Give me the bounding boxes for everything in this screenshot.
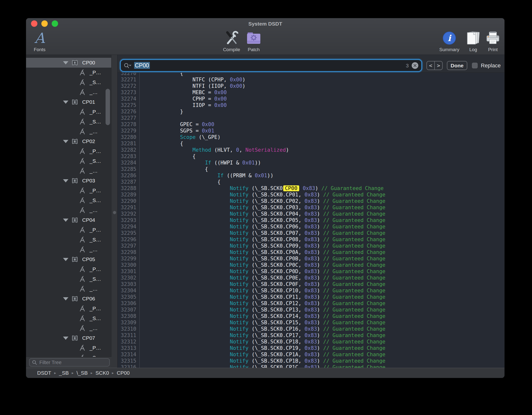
tree-item[interactable]: _…: [26, 284, 111, 294]
tree-group-CP02[interactable]: CP02: [26, 136, 111, 146]
filter-tree-input[interactable]: Filter Tree: [29, 358, 110, 367]
tree-item[interactable]: _P…: [26, 343, 111, 353]
line-number: 32279: [118, 128, 140, 134]
code-editor[interactable]: 32270 {32271 NTFC (CPHP, 0x00)32272 NTFI…: [118, 73, 504, 368]
line-number: 32311: [118, 332, 140, 339]
breadcrumb-separator-icon: ▸: [112, 371, 114, 375]
disclosure-triangle-icon[interactable]: [63, 179, 68, 182]
tree-group-CP01[interactable]: CP01: [26, 97, 111, 107]
line-number: 32291: [118, 204, 140, 211]
clear-search-button[interactable]: [412, 62, 418, 69]
scope-icon: [71, 178, 78, 184]
tree-group-CP06[interactable]: CP06: [26, 294, 111, 304]
disclosure-triangle-icon[interactable]: [63, 297, 68, 300]
scope-icon: [71, 60, 78, 66]
breadcrumb-item[interactable]: _SB: [59, 370, 69, 376]
fonts-button[interactable]: A Fonts: [26, 30, 53, 53]
method-icon: [79, 266, 86, 273]
tree-group-CP03[interactable]: CP03: [26, 176, 111, 186]
tree-item[interactable]: _S…: [26, 274, 111, 284]
line-number: 32273: [118, 89, 140, 96]
code-line: 32289 Notify (\_SB.SCK0.CP01, 0x83) // G…: [118, 192, 504, 198]
tree-group-CP00[interactable]: CP00: [26, 58, 111, 68]
code-line: 32272 NTFI (IIOP, 0x00): [118, 83, 504, 89]
tree-item[interactable]: _…: [26, 323, 111, 333]
method-icon: [79, 158, 86, 164]
find-nav-segment: < >: [426, 61, 443, 70]
disclosure-triangle-icon[interactable]: [63, 258, 68, 261]
tree-item[interactable]: _…: [26, 205, 111, 215]
source-tree[interactable]: CP00 _P… _S… _… CP01 _P… _S…: [26, 55, 111, 357]
disclosure-triangle-icon[interactable]: [63, 140, 68, 143]
line-number: 32293: [118, 217, 140, 223]
code-line: 32316 Notify (\_SB.SCK0.CP1C, 0x83) // G…: [118, 364, 504, 368]
tree-item[interactable]: _P…: [26, 107, 111, 117]
tree-item-label: _…: [90, 247, 98, 252]
tree-item[interactable]: _P…: [26, 68, 111, 77]
disclosure-triangle-icon[interactable]: [63, 219, 68, 222]
line-number: 32312: [118, 339, 140, 345]
method-icon: [79, 207, 86, 214]
method-icon: [79, 305, 86, 312]
line-number: 32284: [118, 160, 140, 166]
line-number: 32298: [118, 249, 140, 255]
done-button[interactable]: Done: [447, 61, 467, 70]
scope-icon: [71, 335, 78, 341]
tree-item[interactable]: _S…: [26, 235, 111, 245]
code-line: 32271 NTFC (CPHP, 0x00): [118, 76, 504, 83]
tree-item[interactable]: _S…: [26, 117, 111, 127]
find-previous-button[interactable]: <: [427, 61, 435, 70]
tree-group-CP05[interactable]: CP05: [26, 254, 111, 264]
summary-button[interactable]: i Summary: [436, 30, 463, 53]
tree-group-CP07[interactable]: CP07: [26, 333, 111, 343]
tree-item[interactable]: _…: [26, 127, 111, 136]
tree-item[interactable]: _…: [26, 245, 111, 254]
find-next-button[interactable]: >: [435, 61, 442, 70]
tree-item[interactable]: _…: [26, 166, 111, 176]
print-button[interactable]: Print: [479, 30, 505, 53]
code-line: 32301 Notify (\_SB.SCK0.CP0D, 0x83) // G…: [118, 268, 504, 275]
breadcrumb-item[interactable]: CP00: [117, 370, 130, 376]
tree-item[interactable]: _S…: [26, 195, 111, 205]
tree-item-label: _P…: [90, 345, 101, 351]
method-icon: [79, 168, 86, 174]
tree-item[interactable]: _P…: [26, 146, 111, 156]
tree-item[interactable]: _P…: [26, 264, 111, 274]
code-line: 32312 Notify (\_SB.SCK0.CP18, 0x83) // G…: [118, 339, 504, 345]
line-number: 32282: [118, 147, 140, 153]
disclosure-triangle-icon[interactable]: [63, 337, 68, 340]
code-line: 32295 Notify (\_SB.SCK0.CP07, 0x83) // G…: [118, 230, 504, 236]
split-divider[interactable]: [111, 55, 118, 368]
tree-group-CP04[interactable]: CP04: [26, 215, 111, 225]
line-number: 32286: [118, 172, 140, 179]
code-line: 32303 Notify (\_SB.SCK0.CP0F, 0x83) // G…: [118, 281, 504, 287]
tree-group-label: CP03: [82, 178, 95, 184]
find-input[interactable]: CP00 3: [121, 60, 421, 71]
tree-item[interactable]: _S…: [26, 77, 111, 87]
tree-item[interactable]: _S…: [26, 313, 111, 323]
tree-item-label: _…: [90, 207, 98, 213]
disclosure-triangle-icon[interactable]: [63, 61, 68, 64]
breadcrumb-item[interactable]: DSDT: [37, 370, 51, 376]
code-line: 32275 IIOP = 0x00: [118, 102, 504, 108]
tree-item[interactable]: _…: [26, 87, 111, 97]
code-line: 32287 {: [118, 179, 504, 185]
breadcrumb-item[interactable]: SCK0: [95, 370, 109, 376]
disclosure-triangle-icon[interactable]: [63, 101, 68, 104]
tree-item[interactable]: _S…: [26, 156, 111, 166]
breadcrumb-item[interactable]: \_SB: [77, 370, 88, 376]
replace-label: Replace: [481, 61, 501, 70]
method-icon: [79, 187, 86, 194]
tree-item[interactable]: _P…: [26, 186, 111, 195]
patch-button[interactable]: Patch: [240, 30, 267, 53]
search-menu-icon[interactable]: [124, 63, 132, 69]
code-line: 32297 Notify (\_SB.SCK0.CP09, 0x83) // G…: [118, 243, 504, 249]
tree-item[interactable]: _P…: [26, 225, 111, 235]
sidebar-scrollbar[interactable]: [106, 89, 110, 125]
line-number: 32302: [118, 275, 140, 281]
tree-item[interactable]: _P…: [26, 304, 111, 313]
code-line: 32299 Notify (\_SB.SCK0.CP0B, 0x83) // G…: [118, 255, 504, 262]
replace-checkbox[interactable]: [472, 63, 478, 68]
print-icon: [485, 31, 500, 45]
method-icon: [79, 197, 86, 204]
